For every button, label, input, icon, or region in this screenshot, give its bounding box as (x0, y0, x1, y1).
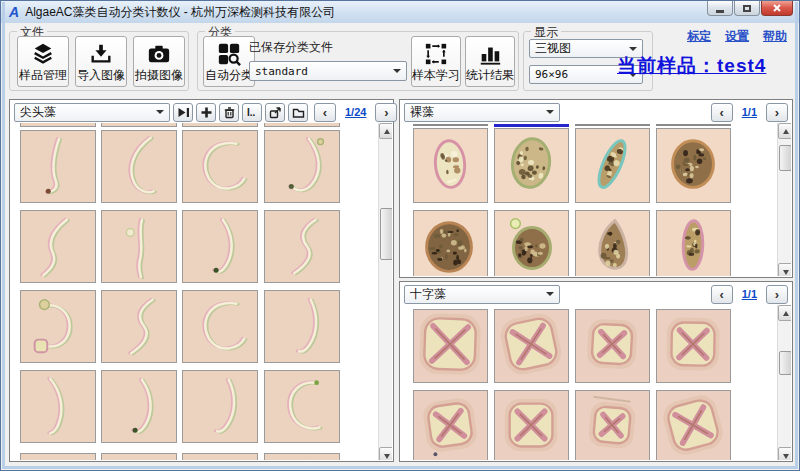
cell-size-value: 96×96 (535, 68, 568, 81)
algae-thumbnail-partial[interactable] (20, 123, 96, 127)
scrollbar-thumb[interactable] (380, 208, 392, 260)
algae-thumbnail[interactable] (101, 370, 177, 443)
scrollbar[interactable] (777, 123, 791, 276)
scroll-up-arrow[interactable] (379, 123, 392, 139)
page-indicator[interactable]: 1/24 (345, 106, 366, 118)
algae-thumbnail[interactable] (264, 370, 340, 443)
algae-thumbnail[interactable] (264, 210, 340, 283)
algae-thumbnail[interactable] (20, 130, 96, 203)
export-button[interactable] (265, 103, 285, 122)
save-folder-button[interactable] (288, 103, 308, 122)
species-select[interactable]: 尖头藻 (14, 103, 170, 122)
algae-thumbnail[interactable] (575, 128, 650, 203)
cell-edge-indicator (575, 124, 650, 126)
scrollbar[interactable] (777, 305, 791, 460)
help-link[interactable]: 帮助 (763, 28, 787, 45)
scroll-down-arrow[interactable] (778, 263, 791, 276)
calibrate-link[interactable]: 标定 (687, 28, 711, 45)
scrollbar-thumb[interactable] (779, 145, 791, 171)
species-select[interactable]: 裸藻 (404, 103, 560, 122)
scroll-down-arrow[interactable] (778, 447, 791, 460)
panel-rt-header: 裸藻 ‹ 1/1 › (401, 101, 791, 123)
chevron-down-icon (393, 69, 401, 73)
titlebar[interactable]: A AlgaeAC藻类自动分类计数仪 - 杭州万深检测科技有限公司 (1, 1, 799, 23)
auto-classify-label: 自动分类 (205, 67, 253, 84)
prev-page-button[interactable]: ‹ (711, 103, 733, 122)
scroll-down-arrow[interactable] (379, 447, 392, 460)
window-title: AlgaeAC藻类自动分类计数仪 - 杭州万深检测科技有限公司 (25, 4, 335, 21)
algae-thumbnail[interactable] (182, 210, 258, 283)
algae-thumbnail[interactable] (656, 128, 731, 203)
algae-thumbnail[interactable] (101, 453, 177, 460)
algae-thumbnail[interactable] (575, 210, 650, 276)
algae-thumbnail[interactable] (20, 210, 96, 283)
current-sample-label[interactable]: 当前样品：test4 (617, 53, 766, 79)
algae-thumbnail[interactable] (101, 290, 177, 363)
saved-file-select[interactable]: standard (249, 61, 407, 81)
algae-thumbnail-partial[interactable] (264, 123, 340, 127)
scrollbar[interactable] (378, 123, 392, 460)
algae-thumbnail[interactable] (494, 309, 569, 383)
page-indicator[interactable]: 1/1 (742, 106, 757, 118)
algae-thumbnail[interactable] (264, 130, 340, 203)
algae-thumbnail[interactable] (413, 390, 488, 460)
app-icon: A (9, 5, 19, 19)
algae-thumbnail-partial[interactable] (101, 123, 177, 127)
panel-left-header: 尖头藻 I.. (11, 101, 392, 123)
page-indicator[interactable]: 1/1 (742, 288, 757, 300)
sample-manage-button[interactable]: 样品管理 (17, 36, 69, 87)
add-button[interactable] (196, 103, 216, 122)
algae-thumbnail[interactable] (182, 453, 258, 460)
algae-thumbnail[interactable] (264, 453, 340, 460)
algae-thumbnail[interactable] (20, 453, 96, 460)
close-button[interactable] (761, 1, 793, 16)
algae-thumbnail-partial[interactable] (182, 123, 258, 127)
species-select[interactable]: 十字藻 (404, 285, 560, 304)
panel-species-left: 尖头藻 I.. (9, 99, 394, 462)
algae-thumbnail[interactable] (656, 309, 731, 383)
maximize-icon (743, 5, 751, 12)
algae-thumbnail[interactable] (413, 210, 488, 276)
algae-thumbnail[interactable] (575, 390, 650, 460)
next-page-button[interactable]: › (375, 103, 397, 122)
algae-thumbnail[interactable] (20, 370, 96, 443)
settings-link[interactable]: 设置 (725, 28, 749, 45)
algae-thumbnail[interactable] (494, 128, 569, 203)
algae-thumbnail[interactable] (20, 290, 96, 363)
delete-button[interactable] (219, 103, 239, 122)
saved-file-value: standard (255, 65, 308, 78)
minimize-button[interactable] (707, 1, 733, 16)
rename-button[interactable]: I.. (242, 103, 262, 122)
stats-result-button[interactable]: 统计结果 (465, 36, 515, 87)
algae-thumbnail[interactable] (413, 128, 488, 203)
algae-thumbnail[interactable] (101, 130, 177, 203)
algae-thumbnail[interactable] (494, 390, 569, 460)
next-page-button[interactable]: › (766, 103, 788, 122)
scrollbar-thumb[interactable] (779, 351, 791, 375)
algae-thumbnail[interactable] (575, 309, 650, 383)
prev-page-button[interactable]: ‹ (711, 285, 733, 304)
algae-thumbnail[interactable] (101, 210, 177, 283)
algae-thumbnail[interactable] (264, 290, 340, 363)
algae-thumbnail[interactable] (413, 309, 488, 383)
prev-page-button[interactable]: ‹ (314, 103, 336, 122)
capture-images-button[interactable]: 拍摄图像 (133, 36, 185, 87)
maximize-button[interactable] (734, 1, 760, 16)
import-images-button[interactable]: 导入图像 (75, 36, 127, 87)
auto-classify-button[interactable]: 自动分类 (203, 36, 255, 87)
sample-learn-button[interactable]: 样本学习 (411, 36, 461, 87)
algae-thumbnail[interactable] (182, 370, 258, 443)
algae-thumbnail[interactable] (656, 210, 731, 276)
layers-icon (31, 42, 55, 66)
scroll-up-arrow[interactable] (778, 305, 791, 321)
scroll-up-arrow[interactable] (778, 123, 791, 139)
algae-thumbnail[interactable] (182, 290, 258, 363)
play-next-button[interactable] (173, 103, 193, 122)
folder-icon (292, 106, 305, 119)
algae-thumbnail[interactable] (656, 390, 731, 460)
chevron-right-icon: › (384, 105, 388, 120)
next-page-button[interactable]: › (766, 285, 788, 304)
algae-thumbnail[interactable] (182, 130, 258, 203)
top-links: 标定 设置 帮助 (687, 28, 787, 45)
algae-thumbnail[interactable] (494, 210, 569, 276)
